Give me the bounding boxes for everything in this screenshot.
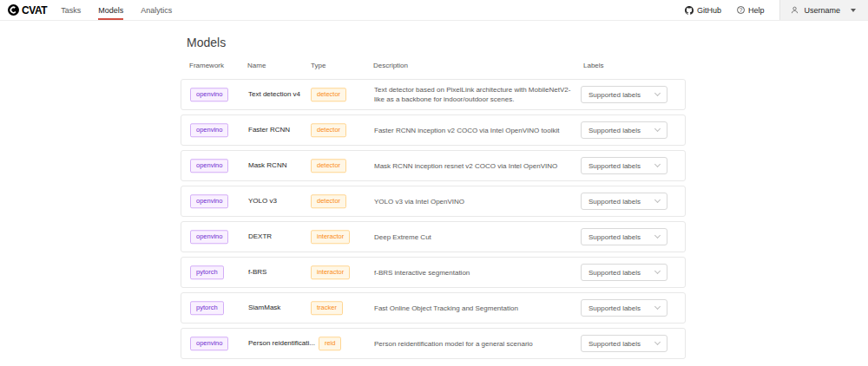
supported-labels-select[interactable]: Supported labels (581, 264, 667, 281)
chevron-down-icon (654, 304, 661, 310)
username-label: Username (804, 6, 840, 15)
model-name: Faster RCNN (248, 127, 311, 134)
framework-tag: pytorch (190, 265, 224, 279)
model-description: f-BRS interactive segmentation (374, 268, 577, 278)
model-row: openvino Faster RCNN detector Faster RCN… (181, 114, 686, 146)
model-row: pytorch f-BRS interactor f-BRS interacti… (181, 257, 686, 288)
select-placeholder: Supported labels (589, 162, 641, 170)
framework-tag: openvino (190, 194, 228, 208)
model-name: Mask RCNN (248, 162, 311, 170)
select-placeholder: Supported labels (589, 269, 641, 277)
model-description: Fast Online Object Tracking and Segmenta… (374, 304, 577, 313)
select-placeholder: Supported labels (589, 91, 641, 99)
type-tag: interactor (311, 265, 350, 279)
caret-down-icon (851, 9, 856, 12)
type-tag: interactor (311, 230, 350, 244)
select-placeholder: Supported labels (589, 127, 641, 134)
page-title: Models (187, 36, 686, 49)
model-row: pytorch SiamMask tracker Fast Online Obj… (181, 292, 686, 324)
main-nav: Tasks Models Analytics (61, 0, 172, 20)
top-header: CVAT Tasks Models Analytics GitHub Help … (0, 0, 868, 21)
name-type-group: Person reidentificati... reid (248, 337, 341, 350)
supported-labels-select[interactable]: Supported labels (581, 193, 667, 210)
framework-tag: openvino (190, 123, 228, 137)
framework-tag: pytorch (190, 301, 224, 315)
table-header: Framework Name Type Description Labels (181, 62, 686, 72)
github-link[interactable]: GitHub (685, 6, 721, 15)
model-name: DEXTR (248, 233, 311, 241)
cvat-logo[interactable]: CVAT (8, 4, 47, 16)
select-placeholder: Supported labels (589, 198, 641, 206)
column-header-type: Type (311, 62, 326, 69)
column-header-description: Description (373, 62, 408, 69)
column-header-framework: Framework (189, 62, 224, 69)
type-tag: detector (311, 159, 346, 173)
name-type-group: Text detection v4 detector (248, 88, 346, 101)
framework-tag: openvino (190, 230, 228, 244)
model-description: Faster RCNN inception v2 COCO via Intel … (374, 126, 577, 135)
model-name: Person reidentificati... (248, 340, 319, 348)
github-label: GitHub (697, 6, 721, 15)
help-icon (737, 6, 745, 14)
name-type-group: f-BRS interactor (248, 265, 350, 279)
nav-tab-models[interactable]: Models (98, 0, 123, 20)
nav-tab-analytics[interactable]: Analytics (141, 0, 172, 20)
models-page: Models Framework Name Type Description L… (181, 36, 686, 359)
logo-text: CVAT (22, 4, 47, 16)
framework-tag: openvino (190, 159, 228, 173)
model-row: openvino Mask RCNN detector Mask RCNN in… (181, 150, 686, 181)
nav-tab-tasks[interactable]: Tasks (61, 0, 81, 20)
chevron-down-icon (654, 268, 661, 274)
type-tag: reid (319, 337, 342, 350)
chevron-down-icon (654, 197, 661, 203)
name-type-group: SiamMask tracker (248, 301, 343, 315)
model-description: Deep Extreme Cut (374, 232, 577, 242)
model-name: f-BRS (248, 269, 311, 277)
chevron-down-icon (654, 90, 661, 96)
model-name: YOLO v3 (248, 198, 311, 206)
github-icon (685, 6, 694, 15)
type-tag: detector (311, 123, 346, 137)
type-tag: tracker (311, 301, 343, 315)
model-description: Text detector based on PixelLink archite… (374, 85, 577, 104)
type-tag: detector (311, 88, 346, 101)
help-label: Help (748, 6, 765, 15)
header-right: GitHub Help Username (685, 0, 868, 20)
model-description: Person reidentification model for a gene… (374, 339, 577, 349)
models-list: openvino Text detection v4 detector Text… (181, 79, 686, 359)
model-row: openvino DEXTR interactor Deep Extreme C… (181, 221, 686, 252)
cvat-logo-icon (8, 4, 19, 16)
name-type-group: DEXTR interactor (248, 230, 350, 244)
chevron-down-icon (654, 339, 661, 345)
user-menu[interactable]: Username (779, 0, 868, 20)
supported-labels-select[interactable]: Supported labels (581, 228, 667, 245)
type-tag: detector (311, 194, 346, 208)
supported-labels-select[interactable]: Supported labels (581, 86, 667, 103)
model-name: Text detection v4 (248, 91, 311, 99)
model-description: Mask RCNN inception resnet v2 COCO via I… (374, 161, 577, 171)
supported-labels-select[interactable]: Supported labels (581, 335, 667, 352)
supported-labels-select[interactable]: Supported labels (581, 157, 667, 174)
column-header-name: Name (247, 62, 266, 69)
name-type-group: Mask RCNN detector (248, 159, 346, 173)
name-type-group: YOLO v3 detector (248, 194, 346, 208)
model-row: openvino Text detection v4 detector Text… (181, 79, 686, 110)
select-placeholder: Supported labels (589, 340, 641, 348)
chevron-down-icon (654, 161, 661, 167)
user-icon (791, 6, 799, 14)
supported-labels-select[interactable]: Supported labels (581, 299, 667, 317)
model-name: SiamMask (248, 304, 311, 312)
framework-tag: openvino (190, 337, 228, 350)
help-link[interactable]: Help (737, 6, 765, 15)
framework-tag: openvino (190, 88, 228, 101)
model-row: openvino Person reidentificati... reid P… (181, 328, 686, 359)
select-placeholder: Supported labels (589, 304, 641, 312)
select-placeholder: Supported labels (589, 233, 641, 241)
chevron-down-icon (654, 126, 661, 132)
model-description: YOLO v3 via Intel OpenVINO (374, 197, 577, 206)
name-type-group: Faster RCNN detector (248, 123, 346, 137)
chevron-down-icon (654, 232, 661, 239)
model-row: openvino YOLO v3 detector YOLO v3 via In… (181, 186, 686, 217)
column-header-labels: Labels (583, 62, 604, 69)
supported-labels-select[interactable]: Supported labels (581, 121, 667, 139)
